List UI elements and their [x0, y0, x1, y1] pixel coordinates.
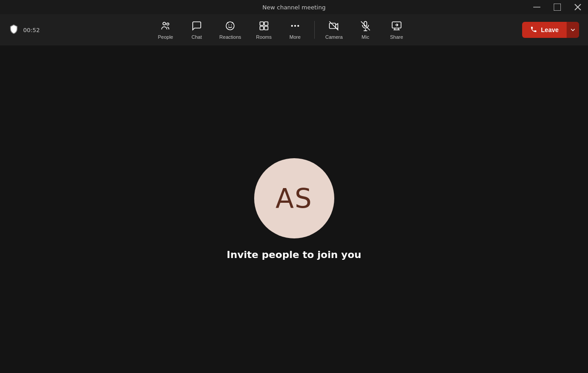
invite-text: Invite people to join you [227, 249, 361, 260]
toolbar-divider [314, 21, 315, 39]
reactions-label: Reactions [219, 34, 241, 40]
share-icon [391, 20, 402, 33]
svg-rect-9 [260, 22, 264, 25]
reactions-icon [225, 20, 235, 33]
svg-point-14 [294, 25, 296, 27]
window-controls [527, 0, 588, 14]
title-bar: New channel meeting [0, 0, 588, 14]
mic-label: Mic [361, 34, 369, 40]
toolbar-center: People Chat Reactions [40, 18, 522, 42]
leave-phone-icon [530, 26, 537, 34]
maximize-button[interactable] [547, 0, 568, 14]
window-title: New channel meeting [263, 4, 326, 11]
people-button[interactable]: People [150, 18, 181, 42]
rooms-icon [259, 20, 269, 33]
shield-icon [9, 24, 19, 36]
meeting-toolbar: 00:52 People Chat [0, 14, 588, 45]
mic-button[interactable]: Mic [350, 18, 381, 42]
more-icon [290, 20, 300, 33]
svg-point-13 [291, 25, 293, 27]
chat-label: Chat [191, 34, 202, 40]
svg-rect-12 [264, 26, 268, 30]
reactions-button[interactable]: Reactions [212, 18, 248, 42]
minimize-button[interactable] [527, 0, 547, 14]
svg-rect-10 [264, 22, 268, 25]
chat-button[interactable]: Chat [181, 18, 212, 42]
svg-line-17 [329, 21, 338, 30]
share-button[interactable]: Share [381, 18, 412, 42]
svg-point-5 [166, 23, 169, 25]
people-label: People [158, 34, 173, 40]
people-icon [160, 20, 171, 33]
camera-label: Camera [325, 34, 343, 40]
svg-rect-16 [329, 23, 336, 29]
meeting-timer: 00:52 [23, 27, 40, 33]
svg-rect-0 [533, 7, 540, 7]
leave-button[interactable]: Leave [522, 22, 567, 38]
avatar: AS [254, 158, 334, 238]
svg-rect-1 [554, 4, 561, 11]
avatar-container: AS Invite people to join you [227, 158, 361, 260]
camera-off-icon [328, 20, 339, 33]
avatar-initials: AS [276, 183, 312, 214]
leave-label: Leave [541, 26, 559, 33]
toolbar-left: 00:52 [9, 24, 40, 36]
rooms-label: Rooms [256, 34, 272, 40]
more-button[interactable]: More [280, 18, 311, 42]
chat-icon [191, 20, 202, 33]
close-button[interactable] [568, 0, 588, 14]
camera-button[interactable]: Camera [318, 18, 350, 42]
more-label: More [289, 34, 300, 40]
rooms-button[interactable]: Rooms [248, 18, 280, 42]
toolbar-right: Leave [522, 22, 579, 38]
svg-point-6 [226, 22, 234, 30]
share-label: Share [390, 34, 403, 40]
leave-chevron-button[interactable] [567, 22, 579, 38]
svg-point-15 [297, 25, 299, 27]
svg-point-4 [163, 22, 166, 25]
main-content: AS Invite people to join you [0, 45, 588, 373]
svg-rect-11 [260, 26, 264, 30]
mic-off-icon [360, 20, 371, 33]
